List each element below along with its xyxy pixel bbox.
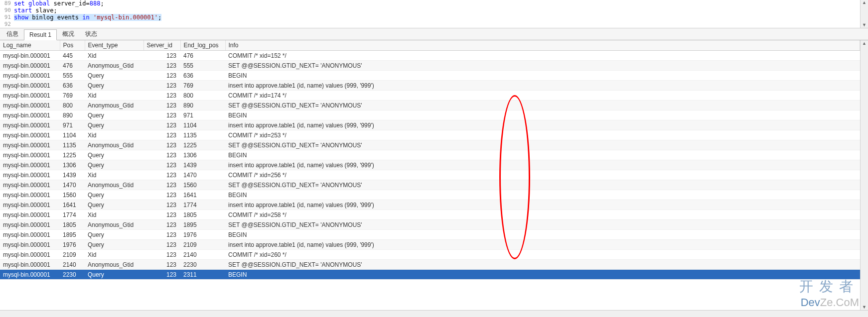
cell-pos[interactable]: 800 [60,101,85,110]
cell-eventtype[interactable]: Anonymous_Gtid [85,220,144,230]
cell-endlogpos[interactable]: 1470 [180,170,225,180]
cell-eventtype[interactable]: Query [85,110,144,120]
cell-serverid[interactable]: 123 [144,71,180,81]
cell-pos[interactable]: 1560 [60,190,85,200]
cell-info[interactable]: SET @@SESSION.GTID_NEXT= 'ANONYMOUS' [225,260,860,270]
cell-eventtype[interactable]: Query [85,71,144,81]
cell-endlogpos[interactable]: 476 [180,51,225,61]
cell-info[interactable]: insert into approve.table1 (id, name) va… [225,160,860,170]
code-text[interactable]: show binlog events in 'mysql-bin.000001'… [14,14,161,21]
cell-serverid[interactable]: 123 [144,220,180,230]
cell-logname[interactable]: mysql-bin.000001 [0,220,60,230]
cell-pos[interactable]: 1104 [60,130,85,140]
cell-eventtype[interactable]: Xid [85,130,144,140]
table-row[interactable]: mysql-bin.0000011976Query1232109insert i… [0,240,860,250]
cell-info[interactable]: COMMIT /* xid=253 */ [225,130,860,140]
cell-logname[interactable]: mysql-bin.000001 [0,170,60,180]
table-row[interactable]: mysql-bin.0000011470Anonymous_Gtid123156… [0,180,860,190]
cell-endlogpos[interactable]: 1306 [180,150,225,160]
cell-eventtype[interactable]: Query [85,200,144,210]
cell-endlogpos[interactable]: 769 [180,81,225,91]
col-header-serverid[interactable]: Server_id [144,40,180,51]
editor-lines[interactable]: 89set global server_id=888;90start slave… [0,0,868,28]
table-row[interactable]: mysql-bin.0000012140Anonymous_Gtid123223… [0,260,860,270]
col-header-logname[interactable]: Log_name [0,40,60,51]
cell-logname[interactable]: mysql-bin.000001 [0,270,60,280]
cell-info[interactable]: BEGIN [225,230,860,240]
grid-scrollbar-vertical[interactable]: ▲ ▼ [860,40,868,310]
cell-eventtype[interactable]: Xid [85,91,144,101]
cell-logname[interactable]: mysql-bin.000001 [0,250,60,260]
cell-serverid[interactable]: 123 [144,260,180,270]
cell-pos[interactable]: 1976 [60,240,85,250]
cell-endlogpos[interactable]: 971 [180,110,225,120]
cell-logname[interactable]: mysql-bin.000001 [0,61,60,71]
cell-endlogpos[interactable]: 1805 [180,210,225,220]
cell-logname[interactable]: mysql-bin.000001 [0,91,60,101]
cell-pos[interactable]: 636 [60,81,85,91]
cell-eventtype[interactable]: Query [85,120,144,130]
cell-pos[interactable]: 1135 [60,140,85,150]
cell-logname[interactable]: mysql-bin.000001 [0,71,60,81]
col-header-eventtype[interactable]: Event_type [85,40,144,51]
cell-serverid[interactable]: 123 [144,190,180,200]
tab-状态[interactable]: 状态 [80,28,103,40]
cell-info[interactable]: COMMIT /* xid=260 */ [225,250,860,260]
cell-logname[interactable]: mysql-bin.000001 [0,110,60,120]
table-row[interactable]: mysql-bin.0000011104Xid1231135COMMIT /* … [0,130,860,140]
table-row[interactable]: mysql-bin.0000011135Anonymous_Gtid123122… [0,140,860,150]
col-header-pos[interactable]: Pos [60,40,85,51]
cell-serverid[interactable]: 123 [144,61,180,71]
cell-info[interactable]: insert into approve.table1 (id, name) va… [225,240,860,250]
table-row[interactable]: mysql-bin.0000012109Xid1232140COMMIT /* … [0,250,860,260]
cell-serverid[interactable]: 123 [144,230,180,240]
cell-eventtype[interactable]: Query [85,230,144,240]
table-row[interactable]: mysql-bin.000001890Query123971BEGIN [0,110,860,120]
cell-eventtype[interactable]: Anonymous_Gtid [85,180,144,190]
editor-line[interactable]: 92 [1,21,868,28]
cell-info[interactable]: COMMIT /* xid=152 */ [225,51,860,61]
table-row[interactable]: mysql-bin.0000011306Query1231439insert i… [0,160,860,170]
code-text[interactable]: set global server_id=888; [14,0,104,7]
cell-pos[interactable]: 1805 [60,220,85,230]
cell-serverid[interactable]: 123 [144,250,180,260]
cell-endlogpos[interactable]: 2109 [180,240,225,250]
editor-scrollbar-vertical[interactable]: ▲ ▼ [860,0,868,28]
tab-信息[interactable]: 信息 [1,28,24,40]
cell-info[interactable]: SET @@SESSION.GTID_NEXT= 'ANONYMOUS' [225,220,860,230]
cell-endlogpos[interactable]: 1135 [180,130,225,140]
table-row[interactable]: mysql-bin.0000011774Xid1231805COMMIT /* … [0,210,860,220]
cell-pos[interactable]: 769 [60,91,85,101]
cell-eventtype[interactable]: Query [85,160,144,170]
cell-endlogpos[interactable]: 636 [180,71,225,81]
table-row[interactable]: mysql-bin.000001769Xid123800COMMIT /* xi… [0,91,860,101]
cell-info[interactable]: BEGIN [225,110,860,120]
scroll-down-icon[interactable]: ▼ [862,22,867,28]
table-row[interactable]: mysql-bin.0000011805Anonymous_Gtid123189… [0,220,860,230]
cell-serverid[interactable]: 123 [144,81,180,91]
table-row[interactable]: mysql-bin.0000012230Query1232311BEGIN [0,270,860,280]
cell-logname[interactable]: mysql-bin.000001 [0,180,60,190]
table-row[interactable]: mysql-bin.000001800Anonymous_Gtid123890S… [0,101,860,110]
cell-info[interactable]: SET @@SESSION.GTID_NEXT= 'ANONYMOUS' [225,101,860,110]
cell-endlogpos[interactable]: 2140 [180,250,225,260]
cell-eventtype[interactable]: Query [85,240,144,250]
table-row[interactable]: mysql-bin.0000011225Query1231306BEGIN [0,150,860,160]
cell-serverid[interactable]: 123 [144,51,180,61]
cell-pos[interactable]: 1774 [60,210,85,220]
cell-info[interactable]: BEGIN [225,71,860,81]
table-row[interactable]: mysql-bin.000001445Xid123476COMMIT /* xi… [0,51,860,61]
table-row[interactable]: mysql-bin.000001971Query1231104insert in… [0,120,860,130]
cell-serverid[interactable]: 123 [144,210,180,220]
cell-info[interactable]: insert into approve.table1 (id, name) va… [225,120,860,130]
cell-eventtype[interactable]: Xid [85,51,144,61]
cell-serverid[interactable]: 123 [144,170,180,180]
editor-line[interactable]: 91show binlog events in 'mysql-bin.00000… [1,14,868,21]
cell-logname[interactable]: mysql-bin.000001 [0,81,60,91]
scroll-up-icon[interactable]: ▲ [862,0,867,5]
cell-endlogpos[interactable]: 2311 [180,270,225,280]
cell-pos[interactable]: 1306 [60,160,85,170]
cell-logname[interactable]: mysql-bin.000001 [0,150,60,160]
cell-endlogpos[interactable]: 1895 [180,220,225,230]
cell-serverid[interactable]: 123 [144,101,180,110]
